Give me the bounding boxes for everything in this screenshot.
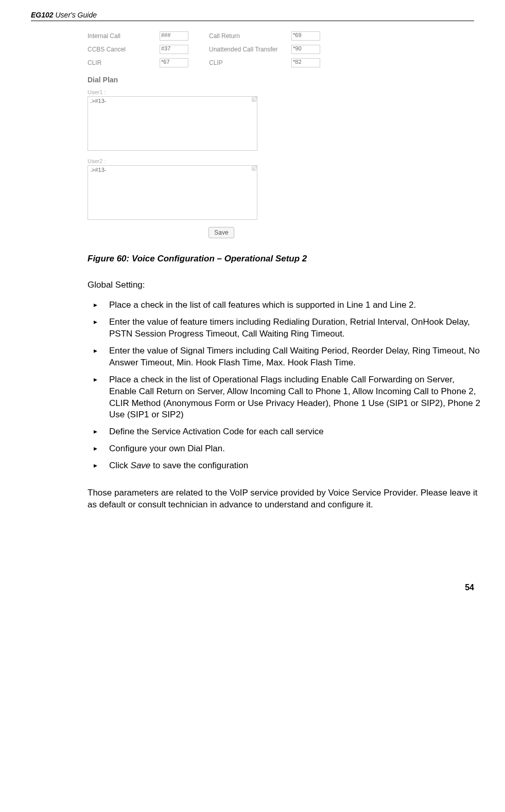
triangle-bullet-icon: ▸ <box>88 374 109 421</box>
bullet-save-suffix: to save the configuration <box>150 461 248 470</box>
resize-handle-icon[interactable] <box>252 166 257 171</box>
bullet-text: Define the Service Activation Code for e… <box>109 426 324 438</box>
bullet-item: ▸ Configure your own Dial Plan. <box>88 443 484 455</box>
service-code-row: Internal Call ### Call Return *69 <box>88 31 355 41</box>
bullet-text: Configure your own Dial Plan. <box>109 443 225 455</box>
config-screenshot: Internal Call ### Call Return *69 CCBS C… <box>88 31 355 238</box>
bullet-item: ▸ Enter the value of feature timers incl… <box>88 316 484 340</box>
save-button[interactable]: Save <box>208 227 234 238</box>
resize-handle-icon[interactable] <box>252 97 257 102</box>
header: EG102 User's Guide <box>31 10 474 21</box>
figure-caption: Figure 60: Voice Configuration – Operati… <box>88 254 484 264</box>
header-subtitle: User's Guide <box>54 11 97 19</box>
header-product: EG102 <box>31 11 54 19</box>
triangle-bullet-icon: ▸ <box>88 426 109 438</box>
triangle-bullet-icon: ▸ <box>88 316 109 340</box>
bullet-item: ▸ Click Save to save the configuration <box>88 460 484 472</box>
label-clir: CLIR <box>88 59 160 66</box>
page-number: 54 <box>31 583 474 592</box>
bullet-item: ▸ Define the Service Activation Code for… <box>88 426 484 438</box>
input-ccbs-cancel[interactable]: #37 <box>160 45 188 54</box>
triangle-bullet-icon: ▸ <box>88 443 109 455</box>
triangle-bullet-icon: ▸ <box>88 299 109 311</box>
input-call-return[interactable]: *69 <box>291 31 320 41</box>
user2-value: .>#13- <box>90 167 107 173</box>
triangle-bullet-icon: ▸ <box>88 460 109 472</box>
input-clir[interactable]: *67 <box>160 58 188 67</box>
bullet-text-save: Click Save to save the configuration <box>109 460 248 472</box>
bullet-text: Place a check in the list of Operational… <box>109 374 484 421</box>
service-code-row: CLIR *67 CLIP *82 <box>88 58 355 67</box>
user1-textarea[interactable]: .>#13- <box>88 96 257 151</box>
label-call-return: Call Return <box>209 32 291 40</box>
bullet-item: ▸ Place a check in the list of Operation… <box>88 374 484 421</box>
label-ccbs-cancel: CCBS Cancel <box>88 46 160 53</box>
service-code-row: CCBS Cancel #37 Unattended Call Transfer… <box>88 45 355 54</box>
global-setting-label: Global Setting: <box>88 279 484 291</box>
user1-label: User1 : <box>88 89 355 95</box>
input-clip[interactable]: *82 <box>291 58 320 67</box>
bullet-text: Enter the value of feature timers includ… <box>109 316 484 340</box>
input-internal-call[interactable]: ### <box>160 31 188 41</box>
user2-textarea[interactable]: .>#13- <box>88 165 257 220</box>
bullet-text: Enter the value of Signal Timers includi… <box>109 345 484 369</box>
input-unattended-transfer[interactable]: *90 <box>291 45 320 54</box>
label-unattended-transfer: Unattended Call Transfer <box>209 46 291 53</box>
user1-value: .>#13- <box>90 98 107 104</box>
bullet-item: ▸ Place a check in the list of call feat… <box>88 299 484 311</box>
dial-plan-heading: Dial Plan <box>88 76 355 84</box>
label-internal-call: Internal Call <box>88 32 160 40</box>
bullet-save-italic: Save <box>131 461 151 470</box>
bullet-item: ▸ Enter the value of Signal Timers inclu… <box>88 345 484 369</box>
closing-paragraph: Those parameters are related to the VoIP… <box>88 487 484 511</box>
user2-label: User2 : <box>88 158 355 164</box>
bullet-save-prefix: Click <box>109 461 131 470</box>
bullet-text: Place a check in the list of call featur… <box>109 299 416 311</box>
triangle-bullet-icon: ▸ <box>88 345 109 369</box>
label-clip: CLIP <box>209 59 291 66</box>
